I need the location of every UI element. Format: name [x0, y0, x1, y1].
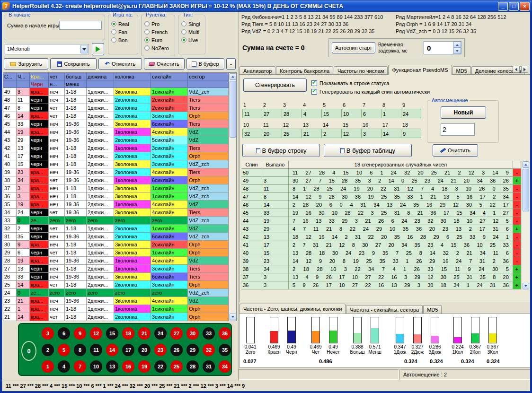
radio-euro[interactable]: Euro: [142, 36, 175, 44]
maximize-button[interactable]: □: [509, 2, 519, 11]
board-cell[interactable]: 36: [217, 325, 233, 341]
freq-tab-1[interactable]: Частота - сиклайны, сектора: [346, 305, 423, 314]
history-row[interactable]: 2514кра...чет1-182дюжи...2колонка3сиклай…: [3, 281, 236, 289]
history-row[interactable]: 4811черннеч1-181дюжи...2колонка2сиклайнT…: [3, 96, 236, 104]
board-cell[interactable]: 6: [56, 325, 72, 341]
board-cell[interactable]: 20: [136, 341, 152, 358]
history-scrollbar[interactable]: [229, 73, 236, 321]
history-row[interactable]: 322чернчет1-181дюжи...2колонка1сиклайнVd…: [3, 225, 236, 233]
board-cell[interactable]: 13: [104, 358, 120, 375]
scrollbar-thumb[interactable]: [523, 169, 529, 211]
start-sum-input[interactable]: [59, 21, 102, 30]
board-cell[interactable]: 31: [201, 358, 217, 375]
collapse-button[interactable]: -: [226, 58, 236, 70]
board-cell[interactable]: 33: [201, 325, 217, 341]
tabs-scroll-left-icon[interactable]: [513, 66, 520, 73]
generate-button[interactable]: Сгенерировать: [243, 79, 307, 92]
radio-multi[interactable]: Multi: [178, 28, 205, 36]
history-row[interactable]: 3923кра...неч19-362дюжи...2колонка4сикла…: [3, 168, 236, 176]
board-cell[interactable]: 5: [56, 341, 72, 358]
freq-tab-0[interactable]: Частота - Zero, шансы, дюжины, колонки: [239, 304, 346, 314]
history-row[interactable]: 3834кра...чет19-363дюжи...1колонка6сикла…: [3, 176, 236, 184]
history-row[interactable]: 4614кра...чет1-182дюжи...2колонка3сиклай…: [3, 112, 236, 120]
history-row[interactable]: 2321кра...неч19-362дюжи...3колонка4сикла…: [3, 297, 236, 305]
history-row[interactable]: 363кра...неч1-181дюжи...3колонка1сиклайн…: [3, 192, 236, 201]
scroll-down-icon[interactable]: [523, 283, 529, 289]
history-row[interactable]: 3424чернчет19-362дюжи...3колонка4сиклайн…: [3, 209, 236, 217]
history-row[interactable]: 2713черннеч1-182дюжи...1колонка3сиклайнT…: [3, 265, 236, 273]
history-row[interactable]: 330ze...zerozerozerozerozeroVdZ_zch: [3, 217, 236, 225]
history-row[interactable]: 478чернчет1-181дюжи...2колонка2сиклайнTi…: [3, 104, 236, 112]
board-cell[interactable]: 32: [201, 341, 217, 358]
load-button[interactable]: Загрузить: [4, 58, 48, 70]
history-row[interactable]: 221кра...неч1-181дюжи...1колонка1сиклайн…: [3, 305, 236, 313]
board-cell[interactable]: 25: [168, 358, 185, 375]
spin-table-scrollbar[interactable]: [522, 161, 529, 290]
radio-real[interactable]: Real: [108, 20, 138, 28]
board-cell[interactable]: 3: [40, 325, 56, 341]
delay-spinner[interactable]: [424, 41, 461, 54]
radio-fan[interactable]: Fan: [108, 28, 138, 36]
offset-input[interactable]: [441, 123, 475, 136]
history-row[interactable]: 3135черннеч19-363дюжи...2колонка6сиклайн…: [3, 233, 236, 241]
board-cell[interactable]: 11: [88, 341, 104, 358]
board-cell[interactable]: 4: [56, 358, 72, 375]
board-cell[interactable]: 15: [104, 325, 120, 341]
radio-singl[interactable]: Singl: [178, 20, 205, 28]
undo-button[interactable]: ↶Отменить: [98, 58, 142, 70]
history-row[interactable]: 2114кра...чет1-182дюжи...2колонка3сиклай…: [3, 313, 236, 321]
board-cell[interactable]: 1: [40, 358, 56, 375]
history-row[interactable]: 4117черннеч1-182дюжи...2колонка3сиклайнO…: [3, 152, 236, 160]
history-row[interactable]: 296чернчет1-181дюжи...3колонка1сиклайнOr…: [3, 249, 236, 257]
autospin-start-button[interactable]: Автоспин старт: [332, 42, 375, 53]
board-cell[interactable]: 30: [185, 325, 201, 341]
history-row[interactable]: 4213черннеч1-182дюжи...1колонка3сиклайнT…: [3, 144, 236, 152]
radio-live[interactable]: Live: [178, 36, 205, 44]
minimize-button[interactable]: _: [498, 2, 508, 11]
main-tab-3[interactable]: Функционал PsevdoMS: [388, 65, 452, 75]
scroll-up-icon[interactable]: [523, 161, 529, 168]
buffer-table-button[interactable]: В буфер таблицу: [324, 144, 412, 157]
close-button[interactable]: ×: [520, 2, 530, 11]
board-cell[interactable]: 28: [185, 358, 201, 375]
board-cell[interactable]: 17: [120, 341, 136, 358]
history-row[interactable]: 3519кра...неч19-362дюжи...1колонка4сикла…: [3, 201, 236, 209]
delay-input[interactable]: [424, 42, 453, 54]
board-cell[interactable]: 24: [152, 325, 168, 341]
board-cell[interactable]: 7: [72, 358, 88, 375]
board-cell[interactable]: 21: [136, 325, 152, 341]
board-cell[interactable]: 14: [104, 341, 120, 358]
radio-french[interactable]: French: [142, 28, 175, 36]
buffer-row-button[interactable]: В буфер строку: [242, 144, 320, 157]
board-cell[interactable]: 16: [120, 358, 136, 375]
clear-button[interactable]: Очистить: [144, 58, 185, 70]
radio-pro[interactable]: Pro: [142, 20, 175, 28]
board-cell[interactable]: 8: [72, 341, 88, 358]
save-button[interactable]: Сохранить: [50, 58, 97, 70]
board-cell[interactable]: 23: [152, 341, 168, 358]
main-tab-0[interactable]: Анализатор: [239, 66, 275, 75]
board-cell[interactable]: 12: [88, 325, 104, 341]
radio-bon[interactable]: Bon: [108, 36, 138, 44]
scroll-up-icon[interactable]: [230, 73, 236, 80]
board-cell[interactable]: 29: [185, 341, 201, 358]
history-row[interactable]: 2819кра...неч19-362дюжи...1колонка4сикла…: [3, 257, 236, 265]
board-cell[interactable]: 10: [88, 358, 104, 375]
board-cell[interactable]: 18: [120, 325, 136, 341]
chevron-down-icon[interactable]: [80, 45, 88, 53]
show-in-status-checkbox[interactable]: Показывать в строке статуса: [311, 79, 390, 87]
spinner-down-icon[interactable]: [453, 48, 461, 54]
generate-each-spin-checkbox[interactable]: Генерировать на каждый спин автоматическ…: [311, 88, 430, 96]
history-row[interactable]: 373кра...неч1-181дюжи...3колонка1сиклайн…: [3, 184, 236, 192]
freq-tab-2[interactable]: MD5: [423, 305, 442, 314]
new-offset-button[interactable]: Новый: [441, 106, 486, 119]
board-cell[interactable]: 35: [217, 341, 233, 358]
board-cell[interactable]: 19: [136, 358, 152, 375]
board-cell[interactable]: 27: [168, 325, 185, 341]
board-cell[interactable]: 34: [217, 358, 233, 375]
main-tab-2[interactable]: Частоты по числам: [334, 66, 388, 75]
history-row[interactable]: 4015черннеч1-182дюжи...3колонка3сиклайнV…: [3, 160, 236, 168]
history-row[interactable]: 2633черннеч19-363дюжи...3колонка6сиклайн…: [3, 273, 236, 281]
board-cell[interactable]: 9: [72, 325, 88, 341]
board-cell[interactable]: 22: [152, 358, 168, 375]
